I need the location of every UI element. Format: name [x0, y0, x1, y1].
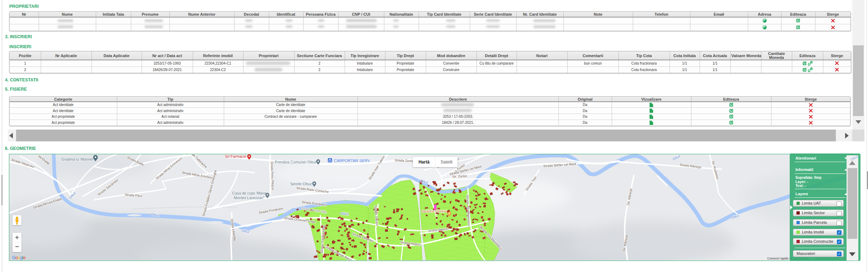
svg-text:Casa de copii 'Maria: Casa de copii 'Maria: [232, 191, 266, 195]
svg-text:Gradina lu' Marinel: Gradina lu' Marinel: [61, 157, 93, 161]
svg-text:Primăria Comunei Oituz: Primăria Comunei Oituz: [275, 160, 317, 164]
svg-text:Bucătăria Primăriei: Bucătăria Primăriei: [421, 210, 447, 213]
svg-text:Montini Lavezzari": Montini Lavezzari": [234, 196, 265, 200]
svg-text:CARPORTAR SERV: CARPORTAR SERV: [334, 158, 370, 163]
svg-text:Serele Oituz: Serele Oituz: [290, 182, 312, 186]
svg-text:Oituz: Oituz: [340, 211, 349, 216]
svg-text:Srl Farmacie: Srl Farmacie: [225, 154, 246, 158]
